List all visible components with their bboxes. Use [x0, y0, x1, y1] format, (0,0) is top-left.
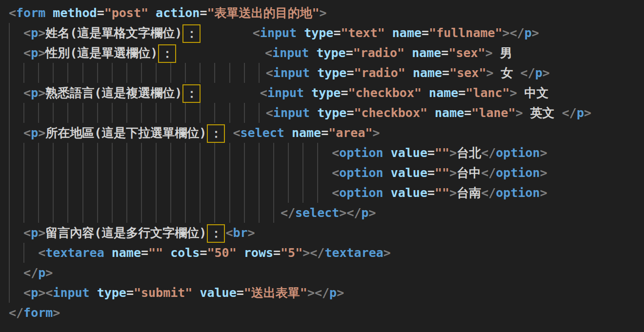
- code-token-str: "lane": [471, 106, 515, 120]
- code-token-tag: p: [38, 266, 45, 280]
- code-token-attr: name: [429, 86, 458, 100]
- code-line[interactable]: <form method="post" action="表單送出的目的地">: [9, 3, 644, 23]
- code-token-pm: >: [373, 126, 380, 140]
- code-token-tag: select: [241, 126, 284, 140]
- code-line[interactable]: <p>性別(這是單選欄位)： <input type="radio" name=…: [9, 43, 644, 63]
- code-token-eq: =: [427, 186, 435, 200]
- code-line[interactable]: <p><input type="submit" value="送出表單"></p…: [9, 283, 644, 303]
- code-token-str: "radio": [354, 66, 405, 80]
- code-token-sp: [405, 66, 413, 80]
- code-token-sp: [45, 6, 53, 20]
- code-token-pm: </: [521, 66, 535, 80]
- code-area[interactable]: <form method="post" action="表單送出的目的地"> <…: [9, 3, 644, 323]
- code-token-attr: name: [112, 246, 141, 260]
- code-token-sp: [104, 246, 112, 260]
- code-token-str: "表單送出的目的地": [207, 6, 319, 20]
- code-token-sp: [9, 146, 332, 160]
- code-token-txt: 姓名(這是單格文字欄位): [45, 26, 182, 40]
- code-token-sp: [297, 26, 304, 40]
- code-line[interactable]: <option value="">台中</option>: [9, 163, 644, 183]
- code-token-sp: [163, 246, 170, 260]
- code-editor[interactable]: <form method="post" action="表單送出的目的地"> <…: [0, 0, 644, 332]
- code-token-sp: [9, 66, 266, 80]
- code-token-sp: [310, 66, 317, 80]
- code-token-pm: <: [265, 46, 272, 60]
- code-line[interactable]: <option value="">台南</option>: [9, 183, 644, 203]
- code-token-tag: input: [53, 286, 89, 300]
- code-token-eq: =: [427, 146, 435, 160]
- code-line[interactable]: </p>: [9, 263, 644, 283]
- code-line[interactable]: <p>所在地區(這是下拉選單欄位)： <select name="area">: [9, 123, 644, 143]
- code-token-sp: [309, 46, 316, 60]
- code-token-str: "area": [328, 126, 372, 140]
- code-token-attr: value: [391, 166, 427, 180]
- code-line[interactable]: <p>熟悉語言(這是複選欄位)： <input type="checkbox" …: [9, 83, 644, 103]
- code-token-pm: <: [332, 166, 339, 180]
- code-token-sp: [9, 246, 38, 260]
- code-token-tag: p: [31, 226, 38, 240]
- code-token-tag: textarea: [324, 246, 383, 260]
- code-line[interactable]: <input type="checkbox" name="lane"> 英文 <…: [9, 103, 644, 123]
- code-token-str: "送出表單": [244, 286, 307, 300]
- code-token-sp: [9, 106, 266, 120]
- code-token-txt: 留言內容(這是多行文字欄位): [45, 226, 206, 240]
- code-token-attr: type: [317, 66, 346, 80]
- code-line[interactable]: <textarea name="" cols="50" rows="5"></t…: [9, 243, 644, 263]
- code-token-sp: [9, 226, 23, 240]
- code-token-str: "fullname": [429, 26, 503, 40]
- code-token-pm: </: [346, 206, 361, 220]
- code-token-pm: <: [260, 86, 267, 100]
- code-token-eq: =: [200, 246, 207, 260]
- code-token-pm: </: [510, 26, 524, 40]
- code-token-pm: >: [45, 266, 53, 280]
- code-token-attr: value: [200, 286, 236, 300]
- code-token-pm: >: [307, 286, 315, 300]
- code-line[interactable]: <option value="">台北</option>: [9, 143, 644, 163]
- code-token-pm: <: [225, 226, 233, 240]
- code-token-txt: 熟悉語言(這是複選欄位): [45, 86, 182, 100]
- code-token-str: "radio": [353, 46, 404, 60]
- code-token-eq: =: [273, 246, 281, 260]
- code-token-pm: </: [310, 246, 324, 260]
- code-token-attr: value: [391, 186, 427, 200]
- code-token-eq: =: [422, 26, 429, 40]
- code-token-txt: 台北: [457, 146, 481, 160]
- code-token-tag: option: [339, 146, 383, 160]
- code-token-tag: p: [329, 286, 337, 300]
- code-token-eq: =: [321, 126, 328, 140]
- code-token-pm: <: [23, 26, 31, 40]
- code-line[interactable]: <p>留言內容(這是多行文字欄位)：<br>: [9, 223, 644, 243]
- code-token-pm: >: [248, 226, 255, 240]
- unicode-highlighted-char: ：: [182, 24, 201, 43]
- code-token-eq: =: [427, 166, 435, 180]
- code-token-pm: </: [315, 286, 329, 300]
- code-token-attr: action: [156, 6, 200, 20]
- code-line[interactable]: <p>姓名(這是單格文字欄位)： <input type="text" name…: [9, 23, 644, 43]
- code-token-eq: =: [200, 6, 207, 20]
- code-token-eq: =: [346, 106, 354, 120]
- code-token-pm: >: [339, 206, 346, 220]
- code-token-pm: >: [540, 186, 547, 200]
- code-token-tag: p: [31, 26, 38, 40]
- code-token-txt: 男: [493, 46, 512, 60]
- code-token-pm: >: [38, 226, 45, 240]
- code-token-tag: form: [23, 306, 53, 320]
- code-line[interactable]: </form>: [9, 303, 644, 323]
- code-line[interactable]: </select></p>: [9, 203, 644, 223]
- code-token-sp: [9, 26, 23, 40]
- code-token-pm: <: [23, 226, 31, 240]
- code-token-txt: 台南: [457, 186, 481, 200]
- code-token-str: "submit": [134, 286, 192, 300]
- code-token-pm: >: [486, 66, 493, 80]
- code-token-tag: input: [267, 86, 304, 100]
- code-token-pm: >: [369, 206, 376, 220]
- code-token-pm: </: [562, 106, 577, 120]
- code-line[interactable]: <input type="radio" name="sex"> 女 </p>: [9, 63, 644, 83]
- code-token-tag: select: [295, 206, 339, 220]
- code-token-sp: [9, 166, 332, 180]
- unicode-highlighted-char: ：: [207, 124, 225, 143]
- code-token-pm: </: [281, 206, 295, 220]
- code-token-attr: name: [435, 106, 464, 120]
- code-token-pm: <: [38, 246, 45, 260]
- code-token-pm: >: [540, 166, 547, 180]
